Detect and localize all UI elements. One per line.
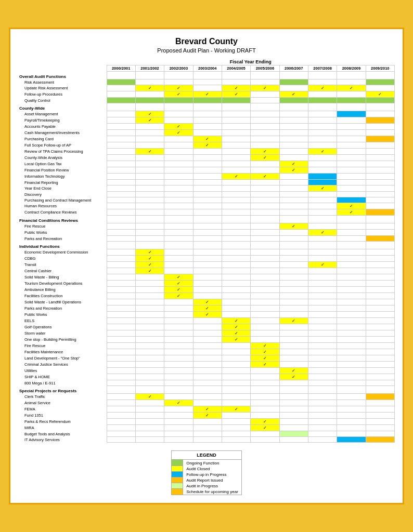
- table-row: Budget Tools and Analysis: [18, 431, 395, 437]
- section-overall: Overall Audit Functions: [18, 72, 107, 79]
- audit-table: Fiscal Year Ending 2000/2001 2001/2002 2…: [18, 59, 395, 443]
- list-item: Audit in Progress: [172, 483, 242, 489]
- table-row: Accounts Payable✓: [18, 124, 395, 130]
- page-subtitle: Proposed Audit Plan - Working DRAFT: [18, 47, 395, 54]
- table-row: One stop - Building Permitting✓: [18, 337, 395, 343]
- legend-table: LEGEND Ongoing Function Audit Closed Fol…: [171, 450, 242, 495]
- list-item: Audit Closed: [172, 466, 242, 472]
- table-row: Risk Assessment: [18, 79, 395, 85]
- table-row: Golf Operations✓: [18, 324, 395, 330]
- table-row: Follow-up Procedures✓✓✓✓✓: [18, 91, 395, 98]
- table-row: Review of TPA Claims Processing✓✓✓: [18, 149, 395, 155]
- table-row: Local Option Gas Tax✓: [18, 161, 395, 167]
- table-row: Storm water✓: [18, 330, 395, 337]
- table-row: Year End Close✓: [18, 185, 395, 192]
- table-row: Public Works✓: [18, 230, 395, 236]
- table-row: Quality Control: [18, 98, 395, 103]
- table-row: Parks and Recreation✓: [18, 305, 395, 312]
- list-item: Follow-up in Progress: [172, 472, 242, 477]
- table-row: Financial Position Review✓: [18, 167, 395, 174]
- section-individual: Individual Functions: [18, 242, 107, 249]
- table-row: Facilities Maintenance✓: [18, 349, 395, 355]
- table-row: Update Risk Assessment✓✓✓✓✓✓: [18, 85, 395, 91]
- table-row: Fire Rescue✓: [18, 223, 395, 230]
- table-row: County-Wide Analysis✓: [18, 155, 395, 161]
- table-row: Fund 1351✓: [18, 413, 395, 419]
- section-special: Special Projects or Requests: [18, 386, 107, 394]
- legend-container: LEGEND Ongoing Function Audit Closed Fol…: [18, 450, 395, 495]
- table-row: Cash Management/Investments✓: [18, 130, 395, 136]
- table-row: Criminal Justice Services✓: [18, 362, 395, 368]
- table-row: 800 Mega / E-911: [18, 380, 395, 386]
- table-row: Full Scope Follow-up of AP✓: [18, 142, 395, 149]
- table-row: EELS✓✓: [18, 318, 395, 324]
- section-financial: Financial Conditions Reviews: [18, 216, 107, 223]
- table-row: FEMA✓✓: [18, 406, 395, 413]
- table-row: Parks and Recreation: [18, 236, 395, 242]
- table-row: Facilities Construction✓: [18, 293, 395, 299]
- table-row: CDBG✓: [18, 256, 395, 262]
- table-row: Human Resources✓: [18, 203, 395, 209]
- table-row: Payroll/Timekeeping✓: [18, 117, 395, 124]
- table-row: Ambulance Billing✓: [18, 287, 395, 293]
- table-row: Transit✓✓: [18, 262, 395, 268]
- list-item: Audit Report Issued: [172, 477, 242, 483]
- table-row: Public Works✓: [18, 312, 395, 318]
- list-item: Ongoing Function: [172, 460, 242, 466]
- legend-title: LEGEND: [172, 451, 242, 460]
- table-row: IT Advisory Services: [18, 437, 395, 443]
- table-row: SHIP & HOME✓: [18, 374, 395, 380]
- table-row: Solid Waste - Billing✓: [18, 274, 395, 281]
- table-row: Land Development - "One Stop"✓: [18, 355, 395, 362]
- section-county: County-Wide: [18, 103, 107, 111]
- table-row: Purchasing and Contract Management: [18, 197, 395, 203]
- table-row: Solid Waste - Landfill Operations✓: [18, 299, 395, 305]
- table-row: Asset Management✓: [18, 111, 395, 117]
- table-row: MIRA✓: [18, 425, 395, 431]
- fiscal-year-header: Fiscal Year Ending: [107, 59, 395, 65]
- table-row: Tourism Development Operations✓: [18, 281, 395, 287]
- table-row: Information Technology✓✓: [18, 174, 395, 180]
- page-container: Brevard County Proposed Audit Plan - Wor…: [9, 28, 404, 504]
- table-row: Parks & Recs Referendum✓: [18, 419, 395, 425]
- table-row: Utilities✓: [18, 368, 395, 374]
- table-row: Economic Development Commission✓: [18, 249, 395, 256]
- table-row: Clerk Traffic✓: [18, 394, 395, 400]
- table-row: Central Cashier✓: [18, 268, 395, 274]
- table-row: Discovery: [18, 192, 395, 197]
- table-row: Fire Rescue✓: [18, 343, 395, 349]
- table-row: Contract Compliance Reviews✓: [18, 209, 395, 216]
- table-row: Financial Reporting: [18, 180, 395, 185]
- page-title: Brevard County: [18, 37, 395, 46]
- list-item: Schedule for upcoming year: [172, 489, 242, 495]
- table-row: Purchasing Card✓: [18, 136, 395, 142]
- table-row: Animal Service✓: [18, 400, 395, 406]
